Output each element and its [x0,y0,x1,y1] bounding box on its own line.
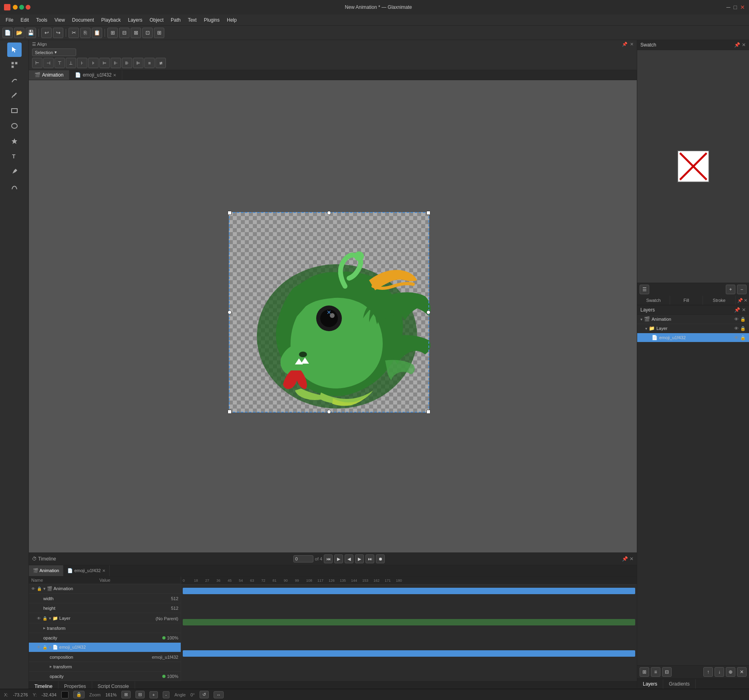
align-left-btn[interactable]: ⊞ [107,28,118,38]
layer-expand-layer[interactable]: ▾ [645,326,647,331]
dist-h-btn[interactable]: ⊨ [99,58,110,68]
timeline-close-btn[interactable]: ✕ [630,556,634,562]
dist-equal-v-btn[interactable]: ≢ [155,58,166,68]
node-tool[interactable] [7,58,22,72]
current-color-swatch[interactable] [61,691,69,698]
align-right-edge-btn[interactable]: ⊤ [55,58,65,68]
layers-close-btn[interactable]: ✕ [742,307,746,313]
layers-move-down-btn[interactable]: ↓ [715,667,724,677]
swatch-remove-btn[interactable]: − [737,285,747,294]
titlebar-min-btn[interactable]: ─ [727,4,731,10]
maximize-btn[interactable] [19,5,24,10]
smooth-tool[interactable] [7,73,22,87]
layers-action-1[interactable]: ⊞ [640,667,649,677]
star-tool[interactable] [7,134,22,148]
minimize-btn[interactable] [13,5,18,10]
paste-btn[interactable]: 📋 [92,28,102,38]
align-top-btn[interactable]: ⊥ [66,58,76,68]
layers-duplicate-btn[interactable]: ⊕ [726,667,735,677]
save-file-btn[interactable]: 💾 [26,28,36,38]
menu-plugins[interactable]: Plugins [201,16,223,24]
timeline-pin-btn[interactable]: 📌 [622,556,628,562]
frame-input[interactable] [293,555,313,562]
zoom-out-btn[interactable]: - [163,691,170,698]
tab-properties[interactable]: Properties [59,682,92,689]
zoom-in-btn[interactable]: + [149,691,157,698]
dist-center-v-btn[interactable]: ⊫ [133,58,143,68]
align-right-btn[interactable]: ⊠ [131,28,141,38]
layer-eye-emoji[interactable]: 👁 [734,335,739,340]
record-btn[interactable]: ⏺ [376,554,385,563]
titlebar-close-btn[interactable]: ✕ [740,4,745,10]
go-prev-btn[interactable]: ◀ [345,554,353,563]
align-center-v-btn[interactable]: ⊦ [77,58,87,68]
tl-expand-emoji[interactable]: ▾ [49,645,51,650]
new-file-btn[interactable]: 📄 [2,28,13,38]
tl-tab-emoji[interactable]: 📄 emoji_u1f432 ✕ [63,565,110,576]
ellipse-tool[interactable] [7,119,22,133]
redo-btn[interactable]: ↪ [53,28,63,38]
menu-file[interactable]: File [2,16,16,24]
flip-h-btn[interactable]: ↔ [214,691,224,698]
rect-tool[interactable] [7,103,22,118]
layer-lock-animation[interactable]: 🔒 [740,317,746,322]
swatch-pin-btn[interactable]: 📌 [734,42,740,48]
menu-playback[interactable]: Playback [98,16,124,24]
dist-equal-h-btn[interactable]: ≡ [144,58,155,68]
tl-eye-layer[interactable]: 👁 [37,616,41,621]
layer-lock-layer[interactable]: 🔒 [740,326,746,331]
menu-view[interactable]: View [51,16,68,24]
align-center-h-btn[interactable]: ⊣ [43,58,54,68]
tl-expand-layer[interactable]: ▾ [49,616,51,621]
tab-script-console[interactable]: Script Console [92,682,135,689]
tl-lock-emoji[interactable]: 🔒 [42,645,47,649]
tab-emoji[interactable]: 📄 emoji_u1f432 ✕ [69,70,122,80]
status-lock-btn[interactable]: 🔒 [73,691,85,698]
tl-tab-animation[interactable]: 🎬 Animation [29,565,63,576]
align-left-edge-btn[interactable]: ⊢ [32,58,42,68]
text-tool[interactable]: T [7,149,22,164]
select-tool[interactable] [7,42,22,57]
tl-row-emoji[interactable]: 👁 🔒 ▾ 📄 emoji_u1f432 [29,643,181,652]
layer-lock-emoji[interactable]: 🔒 [740,335,746,340]
tab-fill[interactable]: Fill [670,296,703,305]
layer-eye-layer[interactable]: 👁 [734,326,739,331]
rotate-reset-btn[interactable]: ↺ [200,691,209,698]
titlebar-max-btn[interactable]: □ [734,4,737,10]
pen-tool[interactable] [7,164,22,179]
layer-row-emoji[interactable]: 📄 emoji_u1f432 👁 🔒 [637,333,749,342]
align-pin-btn[interactable]: 📌 [622,42,628,47]
layers-action-3[interactable]: ⊟ [662,667,672,677]
tl-row-layer[interactable]: 👁 🔒 ▾ 📁 Layer (No Parent) [29,614,181,623]
layers-pin-btn[interactable]: 📌 [734,307,740,313]
copy-btn[interactable]: ⎘ [80,28,91,38]
fs-close-btn[interactable]: ✕ [744,298,747,303]
go-end-btn[interactable]: ⏭ [365,554,374,563]
go-start-btn[interactable]: ⏮ [324,554,333,563]
undo-btn[interactable]: ↩ [41,28,52,38]
tl-lock-anim[interactable]: 🔒 [37,587,42,591]
align-bottom-btn[interactable]: ⊧ [88,58,99,68]
dist-v-btn[interactable]: ⊩ [111,58,121,68]
layer-row-layer[interactable]: ▾ 📁 Layer 👁 🔒 [637,324,749,333]
layers-action-2[interactable]: ≡ [651,667,660,677]
zoom-actual-btn[interactable]: ⊟ [135,691,145,698]
tab-stroke[interactable]: Stroke [703,296,736,305]
menu-tools[interactable]: Tools [33,16,50,24]
swatch-close-btn[interactable]: ✕ [742,42,746,48]
zoom-fit-btn[interactable]: ⊞ [121,691,131,698]
layers-delete-btn[interactable]: ✕ [737,667,747,677]
cut-btn[interactable]: ✂ [69,28,79,38]
menu-edit[interactable]: Edit [17,16,32,24]
selection-dropdown[interactable]: Selection ▾ [32,49,76,56]
align-center-btn[interactable]: ⊟ [119,28,129,38]
menu-help[interactable]: Help [224,16,240,24]
fs-pin-btn[interactable]: 📌 [737,298,743,303]
swatch-menu-btn[interactable]: ☰ [640,285,649,294]
distribute-h-btn[interactable]: ⊡ [142,28,153,38]
lb-tab-layers[interactable]: Layers [637,679,663,689]
dist-center-h-btn[interactable]: ⊪ [122,58,132,68]
menu-layers[interactable]: Layers [125,16,145,24]
layer-expand-animation[interactable]: ▾ [640,317,642,322]
tl-row-animation[interactable]: 👁 🔒 ▾ 🎬 Animation [29,584,181,594]
